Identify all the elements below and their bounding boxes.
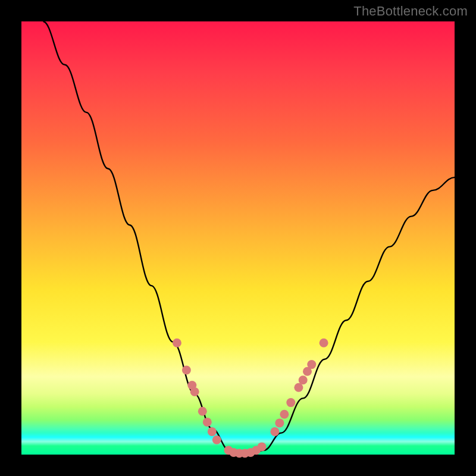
curve-marker [173, 339, 181, 347]
curve-marker [320, 339, 328, 347]
curve-marker [307, 360, 316, 369]
curve-marker [258, 442, 267, 451]
curve-marker [299, 375, 308, 384]
curve-marker [212, 436, 221, 444]
curve-marker [190, 387, 199, 396]
curve-marker [280, 410, 289, 419]
curve-marker [203, 418, 212, 427]
curve-marker [208, 427, 217, 436]
curve-path [43, 21, 455, 455]
curve-marker [275, 418, 284, 427]
chart-plot-area [21, 21, 455, 455]
curve-marker [286, 398, 295, 407]
curve-marker [198, 407, 207, 416]
watermark-text: TheBottleneck.com [353, 4, 468, 19]
curve-marker [182, 366, 191, 375]
curve-marker [270, 427, 279, 436]
bottleneck-curve [21, 21, 455, 455]
chart-frame: TheBottleneck.com [0, 0, 476, 476]
